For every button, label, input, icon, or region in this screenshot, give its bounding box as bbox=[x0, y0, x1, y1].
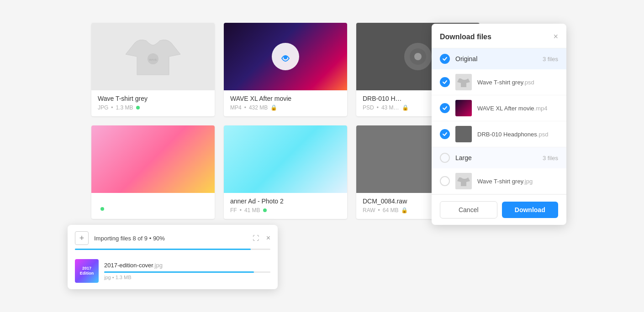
file-row-concert[interactable]: WAVE XL After movie.mp4 bbox=[432, 95, 566, 121]
import-file-row: 2017Edition 2017-edition-cover.jpg jpg •… bbox=[68, 255, 278, 289]
download-section-original: Original 3 files Wave T-shirt grey.psd bbox=[432, 48, 566, 147]
card-size: 41 MB bbox=[244, 207, 260, 213]
lock-icon: 🔒 bbox=[401, 207, 408, 213]
section-label-original: Original bbox=[455, 55, 537, 62]
svg-text:WAVE: WAVE bbox=[149, 58, 157, 61]
svg-point-5 bbox=[414, 53, 422, 60]
import-file-info: 2017-edition-cover.jpg jpg • 1.3 MB bbox=[104, 262, 270, 280]
card-format: MP4 bbox=[230, 104, 242, 111]
card-info: anner Ad - Photo 2 FF • 41 MB bbox=[224, 193, 347, 219]
status-dot-available bbox=[136, 106, 140, 109]
card-title: anner Ad - Photo 2 bbox=[230, 198, 341, 205]
check-circle-file3 bbox=[440, 129, 450, 139]
import-progress-fill bbox=[75, 249, 251, 250]
svg-point-2 bbox=[284, 56, 287, 59]
file-name-concert: WAVE XL After movie.mp4 bbox=[477, 105, 558, 112]
import-title: Importing files 8 of 9 • 90% bbox=[94, 235, 243, 242]
card-info: Wave T-shirt grey JPG • 1.3 MB bbox=[91, 90, 215, 116]
media-card-banner[interactable]: anner Ad - Photo 2 FF • 41 MB bbox=[224, 125, 347, 219]
file-name-tshirt: Wave T-shirt grey.psd bbox=[477, 79, 558, 86]
status-dot-available bbox=[100, 207, 104, 211]
file-row-large-tshirt[interactable]: Wave T-shirt grey.jpg bbox=[432, 168, 566, 194]
card-thumbnail: WAVE bbox=[91, 23, 215, 90]
card-size: 1.3 MB bbox=[116, 104, 133, 111]
file-name-large-tshirt: Wave T-shirt grey.jpg bbox=[477, 178, 558, 185]
file-thumb-tshirt bbox=[455, 74, 472, 90]
file-thumb-large-tshirt bbox=[455, 173, 472, 189]
import-expand-button[interactable]: ⛶ bbox=[253, 234, 259, 242]
cancel-button[interactable]: Cancel bbox=[440, 201, 497, 218]
lock-icon: 🔒 bbox=[270, 104, 277, 111]
card-size: 43 M… bbox=[381, 104, 399, 111]
card-thumbnail bbox=[91, 125, 215, 193]
modal-close-button[interactable]: × bbox=[553, 32, 558, 42]
import-filename: 2017-edition-cover.jpg bbox=[104, 262, 270, 269]
card-thumbnail bbox=[224, 125, 347, 193]
import-file-meta: jpg • 1.3 MB bbox=[104, 275, 270, 280]
modal-body: Original 3 files Wave T-shirt grey.psd bbox=[432, 48, 566, 194]
card-title bbox=[98, 198, 208, 205]
download-button[interactable]: Download bbox=[502, 202, 559, 218]
card-size: 432 MB bbox=[249, 104, 268, 111]
file-thumb-concert bbox=[455, 100, 472, 116]
import-panel: + Importing files 8 of 9 • 90% ⛶ × 2017E… bbox=[68, 225, 278, 289]
card-format: JPG bbox=[98, 104, 108, 111]
file-name-headphones: DRB-010 Headphones.psd bbox=[477, 131, 558, 138]
card-format: PSD bbox=[363, 104, 374, 111]
card-meta: MP4 • 432 MB 🔒 bbox=[230, 104, 341, 111]
import-file-progress-track bbox=[104, 271, 270, 273]
card-thumbnail bbox=[224, 23, 347, 90]
section-header-original[interactable]: Original 3 files bbox=[432, 48, 566, 69]
section-header-large[interactable]: Large 3 files bbox=[432, 147, 566, 168]
check-circle-file2 bbox=[440, 103, 450, 113]
radio-circle-large bbox=[440, 153, 450, 163]
modal-title: Download files bbox=[440, 33, 491, 41]
section-count-original: 3 files bbox=[543, 56, 558, 62]
file-row-headphones[interactable]: DRB-010 Headphones.psd bbox=[432, 121, 566, 147]
media-card-girl[interactable] bbox=[91, 125, 215, 219]
import-file-progress-fill bbox=[104, 271, 254, 273]
radio-circle-file4 bbox=[440, 176, 450, 186]
check-circle-file1 bbox=[440, 77, 450, 87]
card-info: WAVE XL After movie MP4 • 432 MB 🔒 bbox=[224, 90, 347, 116]
modal-header: Download files × bbox=[432, 24, 566, 48]
media-card-concert[interactable]: WAVE XL After movie MP4 • 432 MB 🔒 bbox=[224, 23, 347, 116]
card-info bbox=[91, 193, 215, 216]
card-title: Wave T-shirt grey bbox=[98, 95, 208, 102]
card-size: 64 MB bbox=[383, 207, 399, 213]
import-close-button[interactable]: × bbox=[266, 234, 270, 242]
media-card-tshirt[interactable]: WAVE Wave T-shirt grey JPG • 1.3 MB bbox=[91, 23, 215, 116]
section-label-large: Large bbox=[455, 154, 537, 161]
lock-icon: 🔒 bbox=[402, 104, 409, 111]
download-section-large: Large 3 files Wave T-shirt grey.jpg bbox=[432, 147, 566, 194]
import-progress-track bbox=[75, 249, 270, 250]
card-meta bbox=[98, 207, 208, 211]
file-thumb-headphones bbox=[455, 126, 472, 142]
section-count-large: 3 files bbox=[543, 155, 558, 161]
file-row-tshirt[interactable]: Wave T-shirt grey.psd bbox=[432, 69, 566, 95]
card-format: FF bbox=[230, 207, 237, 213]
modal-footer: Cancel Download bbox=[432, 194, 566, 225]
import-plus-button[interactable]: + bbox=[75, 231, 89, 245]
card-title: WAVE XL After movie bbox=[230, 95, 341, 102]
check-circle-original bbox=[440, 54, 450, 64]
import-header: + Importing files 8 of 9 • 90% ⛶ × bbox=[68, 225, 278, 249]
import-file-thumbnail: 2017Edition bbox=[75, 259, 99, 283]
status-dot-available bbox=[263, 208, 267, 212]
card-format: RAW bbox=[363, 207, 375, 213]
card-meta: JPG • 1.3 MB bbox=[98, 104, 208, 111]
card-meta: FF • 41 MB bbox=[230, 207, 341, 213]
download-modal: Download files × Original 3 files bbox=[432, 24, 566, 225]
concert-icon bbox=[272, 43, 299, 70]
